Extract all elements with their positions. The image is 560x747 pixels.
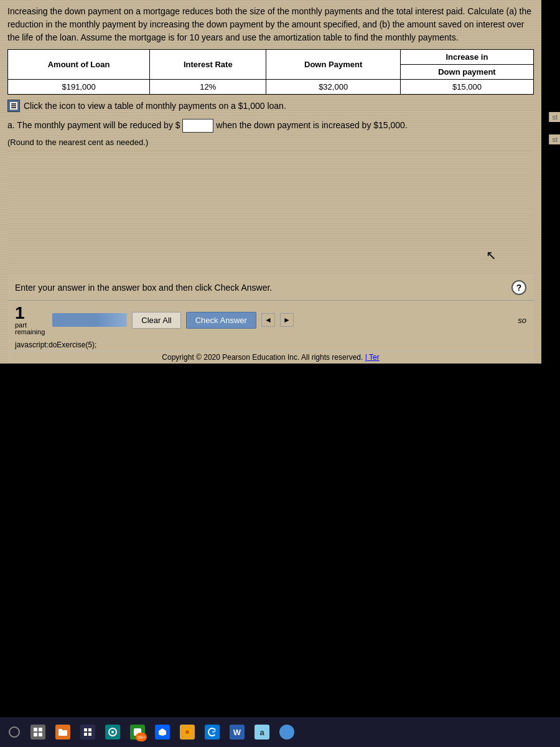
status-bar: javascript:doExercise(5); xyxy=(7,339,534,350)
data-table: Amount of Loan Interest Rate Down Paymen… xyxy=(7,49,534,95)
cell-rate: 12% xyxy=(150,80,266,95)
apps-button[interactable] xyxy=(77,721,98,743)
part-a-text-after: when the down payment is increased by $1… xyxy=(216,120,407,130)
col-increase-sub: Down payment xyxy=(400,65,533,80)
svg-rect-1 xyxy=(39,728,42,731)
problem-text: Increasing the down payment on a mortgag… xyxy=(7,5,534,44)
part-number: 1 xyxy=(15,304,25,322)
progress-bar xyxy=(52,313,127,327)
url-text: javascript:doExercise(5); xyxy=(15,341,96,349)
col-rate: Interest Rate xyxy=(150,50,266,80)
check-answer-button[interactable]: Check Answer xyxy=(186,312,256,329)
accessibility-button[interactable]: a xyxy=(251,721,273,743)
black-section xyxy=(0,381,560,717)
word-icon: W xyxy=(230,725,245,740)
file-explorer-icon xyxy=(55,725,70,740)
view-table-icon[interactable] xyxy=(7,100,20,112)
so-label: so xyxy=(518,316,526,325)
dropbox-icon xyxy=(155,725,170,740)
part-indicator: 1 part remaining xyxy=(15,304,45,336)
col-increase-header: Increase in xyxy=(400,50,533,65)
remaining-label: remaining xyxy=(15,329,45,336)
note-text: (Round to the nearest cent as needed.) xyxy=(7,138,534,147)
main-content: Increasing the down payment on a mortgag… xyxy=(0,0,541,364)
copyright-text: Copyright © 2020 Pearson Education Inc. … xyxy=(162,353,363,362)
svg-rect-2 xyxy=(34,733,37,736)
app3-button[interactable] xyxy=(177,721,198,743)
svg-rect-6 xyxy=(84,728,87,731)
svg-rect-8 xyxy=(84,733,87,736)
nav-prev-button[interactable]: ◄ xyxy=(261,313,275,327)
help-button[interactable]: ? xyxy=(511,280,526,295)
last-app-icon xyxy=(279,725,294,740)
table-icon-inner xyxy=(9,101,18,110)
task-view-icon xyxy=(30,725,45,740)
copyright-bar: Copyright © 2020 Pearson Education Inc. … xyxy=(7,350,534,364)
terms-link[interactable]: | Ter xyxy=(365,353,380,362)
word-letter: W xyxy=(233,728,241,737)
cell-loan: $191,000 xyxy=(8,80,150,95)
svg-rect-7 xyxy=(88,728,91,731)
taskbar: 99+ xyxy=(0,717,560,747)
enter-answer-row: Enter your answer in the answer box and … xyxy=(7,275,534,300)
spacer-area: ↖ xyxy=(7,151,534,275)
enter-answer-text: Enter your answer in the answer box and … xyxy=(15,283,505,293)
cell-increase: $15,000 xyxy=(400,80,533,95)
side-label-2: st xyxy=(549,134,560,144)
part-a-text-before: The monthly payment will be reduced by $ xyxy=(17,120,180,130)
app3-icon xyxy=(180,725,195,740)
dropbox-button[interactable] xyxy=(152,721,173,743)
notification-app-button[interactable]: 99+ xyxy=(127,721,148,743)
bottom-toolbar: 1 part remaining Clear All Check Answer … xyxy=(7,300,534,339)
edge-icon xyxy=(205,725,220,740)
part-a-label: a. xyxy=(7,120,15,130)
col-down: Down Payment xyxy=(266,50,400,80)
svg-point-11 xyxy=(111,731,114,733)
edge-button[interactable] xyxy=(202,721,223,743)
svg-rect-4 xyxy=(58,730,67,736)
svg-rect-3 xyxy=(39,733,42,736)
svg-point-16 xyxy=(185,730,189,734)
accessibility-icon: a xyxy=(254,725,269,740)
click-icon-row: Click the icon to view a table of monthl… xyxy=(7,100,534,112)
side-label-1: st xyxy=(549,112,560,122)
clear-all-button[interactable]: Clear All xyxy=(132,312,180,329)
click-icon-text: Click the icon to view a table of monthl… xyxy=(24,101,286,111)
media-icon xyxy=(105,725,120,740)
start-button[interactable] xyxy=(5,723,24,741)
task-view-button[interactable] xyxy=(27,721,49,743)
file-explorer-button[interactable] xyxy=(52,721,73,743)
a-letter: a xyxy=(259,728,264,737)
svg-rect-9 xyxy=(88,733,91,736)
answer-input[interactable] xyxy=(182,119,213,133)
start-circle-icon xyxy=(9,726,20,738)
media-button[interactable] xyxy=(102,721,123,743)
svg-rect-5 xyxy=(58,729,62,731)
svg-rect-0 xyxy=(34,728,37,731)
apps-icon xyxy=(80,725,95,740)
word-button[interactable]: W xyxy=(226,721,248,743)
col-loan: Amount of Loan xyxy=(8,50,150,80)
cursor-arrow: ↖ xyxy=(486,248,497,263)
cell-down: $32,000 xyxy=(266,80,400,95)
notification-badge: 99+ xyxy=(136,733,147,741)
part-a-section: a. The monthly payment will be reduced b… xyxy=(7,118,534,133)
nav-next-button[interactable]: ► xyxy=(280,313,294,327)
last-app-button[interactable] xyxy=(276,721,297,743)
